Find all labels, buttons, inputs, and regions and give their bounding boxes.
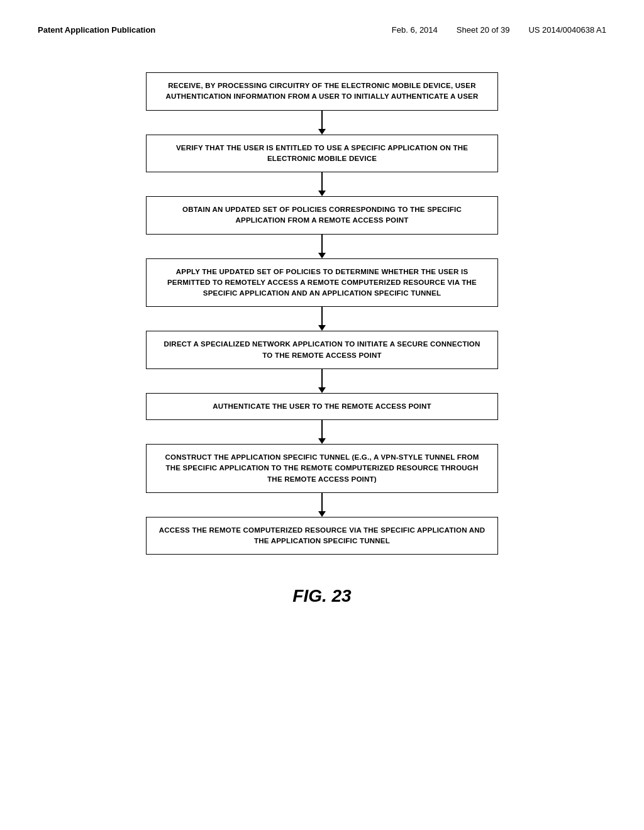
arrow-head-3: [318, 253, 326, 258]
arrow-head-5: [318, 387, 326, 393]
step5-text: DIRECT A SPECIALIZED NETWORK APPLICATION…: [164, 340, 480, 358]
flowchart: RECEIVE, BY PROCESSING CIRCUITRY OF THE …: [38, 72, 606, 555]
arrow-head-7: [318, 511, 326, 517]
step4-text: APPLY THE UPDATED SET OF POLICIES TO DET…: [167, 268, 477, 297]
arrow-line-6: [321, 420, 323, 438]
header-meta: Feb. 6, 2014 Sheet 20 of 39 US 2014/0040…: [392, 25, 606, 35]
header-date: Feb. 6, 2014: [392, 25, 438, 35]
arrow-1: [318, 111, 326, 135]
arrow-7: [318, 493, 326, 517]
step2-box: VERIFY THAT THE USER IS ENTITLED TO USE …: [146, 135, 498, 173]
step3-box: OBTAIN AN UPDATED SET OF POLICIES CORRES…: [146, 196, 498, 235]
page: Patent Application Publication Feb. 6, 2…: [0, 0, 644, 830]
arrow-5: [318, 369, 326, 393]
arrow-4: [318, 307, 326, 331]
step8-box: ACCESS THE REMOTE COMPUTERIZED RESOURCE …: [146, 517, 498, 555]
step5-box: DIRECT A SPECIALIZED NETWORK APPLICATION…: [146, 331, 498, 369]
arrow-line-4: [321, 307, 323, 325]
arrow-line-1: [321, 111, 323, 129]
step2-text: VERIFY THAT THE USER IS ENTITLED TO USE …: [176, 144, 468, 162]
arrow-head-2: [318, 191, 326, 196]
arrow-head-1: [318, 129, 326, 135]
arrow-line-3: [321, 235, 323, 253]
header-patent: US 2014/0040638 A1: [528, 25, 606, 35]
step4-box: APPLY THE UPDATED SET OF POLICIES TO DET…: [146, 258, 498, 307]
step8-text: ACCESS THE REMOTE COMPUTERIZED RESOURCE …: [159, 526, 486, 545]
arrow-head-6: [318, 438, 326, 444]
arrow-head-4: [318, 325, 326, 331]
step7-text: CONSTRUCT THE APPLICATION SPECIFIC TUNNE…: [165, 453, 479, 483]
step6-text: AUTHENTICATE THE USER TO THE REMOTE ACCE…: [213, 402, 431, 410]
step1-text: RECEIVE, BY PROCESSING CIRCUITRY OF THE …: [166, 82, 479, 100]
figure-label: FIG. 23: [38, 586, 606, 606]
step3-text: OBTAIN AN UPDATED SET OF POLICIES CORRES…: [182, 206, 462, 224]
header-sheet: Sheet 20 of 39: [457, 25, 510, 35]
page-header: Patent Application Publication Feb. 6, 2…: [38, 25, 606, 35]
step1-box: RECEIVE, BY PROCESSING CIRCUITRY OF THE …: [146, 72, 498, 111]
arrow-line-2: [321, 172, 323, 191]
arrow-line-5: [321, 369, 323, 387]
publication-label: Patent Application Publication: [38, 25, 155, 35]
arrow-2: [318, 172, 326, 196]
arrow-line-7: [321, 493, 323, 511]
arrow-6: [318, 420, 326, 444]
step6-box: AUTHENTICATE THE USER TO THE REMOTE ACCE…: [146, 393, 498, 420]
arrow-3: [318, 235, 326, 258]
step7-box: CONSTRUCT THE APPLICATION SPECIFIC TUNNE…: [146, 444, 498, 493]
